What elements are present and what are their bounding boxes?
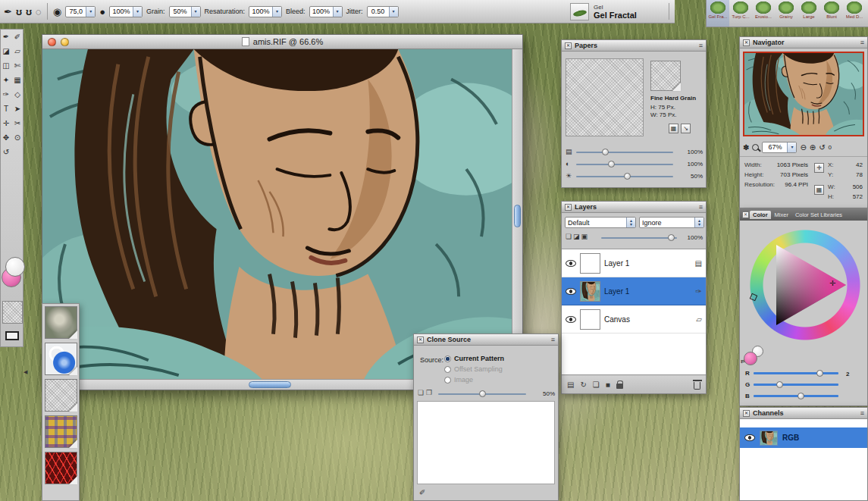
- rotate-page-tool[interactable]: ↺: [1, 145, 12, 159]
- layer-opacity-slider[interactable]: [601, 234, 677, 241]
- freehand-stroke-icon[interactable]: ʊ: [16, 6, 22, 17]
- paper-library-button[interactable]: ↘: [681, 124, 691, 133]
- panel-collapse-icon[interactable]: ✕: [565, 204, 572, 211]
- size-field[interactable]: 75,0▾: [65, 6, 96, 17]
- lock-layer-icon[interactable]: [616, 384, 623, 389]
- paper-selector-swatch[interactable]: [2, 301, 23, 324]
- navigator-header[interactable]: ✕ Navigator ≡: [740, 37, 867, 49]
- panel-menu-icon[interactable]: ≡: [699, 42, 703, 49]
- channels-header[interactable]: ✕ Channels ≡: [740, 408, 867, 419]
- panel-collapse-icon[interactable]: ✕: [742, 211, 749, 218]
- papers-panel-header[interactable]: ✕ Papers ≡: [562, 40, 706, 52]
- radio-offset-sampling[interactable]: Offset Sampling: [444, 365, 503, 373]
- variant-item-0[interactable]: Gel Fra...: [707, 0, 729, 27]
- variant-item-6[interactable]: Med D...: [843, 0, 866, 27]
- shape-selection-tool[interactable]: ✛: [1, 116, 12, 130]
- layer-commands-icon[interactable]: ▤: [567, 380, 574, 389]
- composite-depth-dropdown[interactable]: Ignore▴▾: [639, 217, 704, 228]
- clone-source-list[interactable]: [417, 401, 555, 484]
- paper-scale-slider[interactable]: [576, 149, 673, 155]
- bleed-dropdown-arrow[interactable]: ▾: [333, 7, 342, 17]
- panel-collapse-icon[interactable]: ✕: [743, 39, 750, 46]
- panel-collapse-icon[interactable]: ✕: [565, 42, 572, 49]
- panel-menu-icon[interactable]: ≡: [551, 336, 555, 343]
- visibility-eye-icon[interactable]: [566, 288, 576, 295]
- layers-panel-header[interactable]: ✕ Layers ≡: [562, 202, 706, 213]
- layer-row-0[interactable]: Layer 1 ▤: [562, 249, 706, 277]
- canvas-area[interactable]: [42, 49, 512, 379]
- vertical-scrollbar[interactable]: ▲ ▼: [512, 49, 522, 379]
- brush-ghost-icon[interactable]: ◌: [36, 6, 42, 17]
- variant-item-2[interactable]: Erosio...: [752, 0, 775, 27]
- resaturation-field[interactable]: 100%▾: [249, 6, 282, 17]
- paper-preview[interactable]: [566, 58, 644, 136]
- paper-swatch[interactable]: [650, 61, 681, 91]
- zoom-in-icon[interactable]: ⊕: [810, 143, 816, 152]
- pen-tool[interactable]: ✑: [1, 87, 12, 102]
- magnifier-icon[interactable]: [752, 144, 759, 151]
- brush-selector[interactable]: Gel Gel Fractal: [570, 2, 673, 22]
- radio-icon[interactable]: [444, 377, 451, 384]
- radio-image[interactable]: Image: [444, 376, 473, 384]
- jitter-dropdown-arrow[interactable]: ▾: [389, 7, 398, 17]
- visibility-eye-icon[interactable]: [566, 316, 576, 323]
- paper-brightness-slider[interactable]: [576, 173, 673, 180]
- zoom-out-icon[interactable]: ⊖: [800, 143, 806, 152]
- weave-selector-swatch[interactable]: [45, 415, 77, 448]
- clone-opacity-slider[interactable]: [438, 390, 526, 397]
- gradient-selector-swatch[interactable]: [45, 343, 77, 375]
- text-tool[interactable]: T: [1, 102, 12, 116]
- magic-wand-tool[interactable]: ✦: [1, 73, 12, 87]
- vertical-scroll-thumb[interactable]: [514, 205, 521, 227]
- color-marker-icon[interactable]: ✛: [829, 279, 835, 287]
- variant-item-1[interactable]: Turp C...: [729, 0, 752, 27]
- opacity-field[interactable]: 100%▾: [109, 6, 143, 17]
- resaturation-dropdown-arrow[interactable]: ▾: [272, 7, 281, 17]
- tab-mixer[interactable]: Mixer: [772, 211, 791, 219]
- lasso-tool[interactable]: ✄: [12, 58, 24, 73]
- rectangular-shape-tool[interactable]: ◇: [12, 87, 24, 102]
- layer-command-icons[interactable]: ❏◪▣: [566, 233, 589, 240]
- visibility-eye-icon[interactable]: [566, 260, 576, 267]
- jitter-field[interactable]: 0.50▾: [367, 6, 399, 17]
- grain-field[interactable]: 50%▾: [169, 6, 201, 17]
- rectangular-selection-tool[interactable]: ◫: [1, 58, 12, 73]
- view-mode-icon[interactable]: [5, 331, 19, 340]
- bleed-field[interactable]: 100%▾: [309, 6, 343, 17]
- radio-icon[interactable]: [444, 366, 451, 373]
- pattern-selector-swatch[interactable]: [45, 452, 77, 484]
- tab-color[interactable]: Color: [750, 211, 771, 219]
- green-slider[interactable]: [754, 381, 838, 388]
- radio-current-pattern[interactable]: Current Pattern: [444, 355, 504, 362]
- composite-method-dropdown[interactable]: Default▴▾: [565, 217, 636, 228]
- grabber-tool[interactable]: ✥: [1, 130, 12, 145]
- scissors-tool[interactable]: ✂: [12, 116, 24, 130]
- minimize-button[interactable]: [61, 38, 69, 46]
- toolbox-collapse-arrow[interactable]: ◀: [24, 369, 27, 375]
- layer-adjuster-tool[interactable]: ➤: [12, 102, 24, 116]
- zoom-level-dropdown[interactable]: 67%▾: [762, 142, 797, 153]
- panel-menu-icon[interactable]: ≡: [860, 409, 864, 417]
- radio-icon[interactable]: [444, 355, 451, 362]
- image-portfolio-swatch[interactable]: [45, 306, 77, 339]
- grain-dropdown-arrow[interactable]: ▾: [191, 7, 200, 17]
- eraser-tool[interactable]: ▱: [12, 44, 24, 58]
- close-button[interactable]: [48, 38, 56, 46]
- fill-layer-icon[interactable]: ■: [606, 380, 610, 389]
- panel-collapse-icon[interactable]: ✕: [417, 337, 424, 343]
- dropper-tool[interactable]: ✐: [12, 30, 24, 44]
- variant-item-3[interactable]: Grainy: [775, 0, 797, 27]
- paper-contrast-slider[interactable]: [576, 161, 673, 168]
- window-titlebar[interactable]: amis.RIF @ 66.6%: [42, 35, 522, 49]
- new-layer-icon[interactable]: ❏: [593, 380, 600, 389]
- navigator-preview[interactable]: [743, 52, 864, 136]
- brush-tool[interactable]: ✒: [1, 30, 12, 44]
- variant-item-4[interactable]: Large: [797, 0, 820, 27]
- size-dropdown-arrow[interactable]: ▾: [86, 7, 95, 17]
- clone-stamp-icon[interactable]: ✐: [419, 488, 425, 496]
- horizontal-scroll-thumb[interactable]: [249, 381, 291, 388]
- rotate-view-icon[interactable]: ↺: [819, 143, 825, 152]
- layer-row-2[interactable]: Canvas ▱: [562, 305, 706, 333]
- additional-color-swatch[interactable]: [744, 352, 757, 365]
- straight-stroke-icon[interactable]: ʊ: [26, 6, 32, 17]
